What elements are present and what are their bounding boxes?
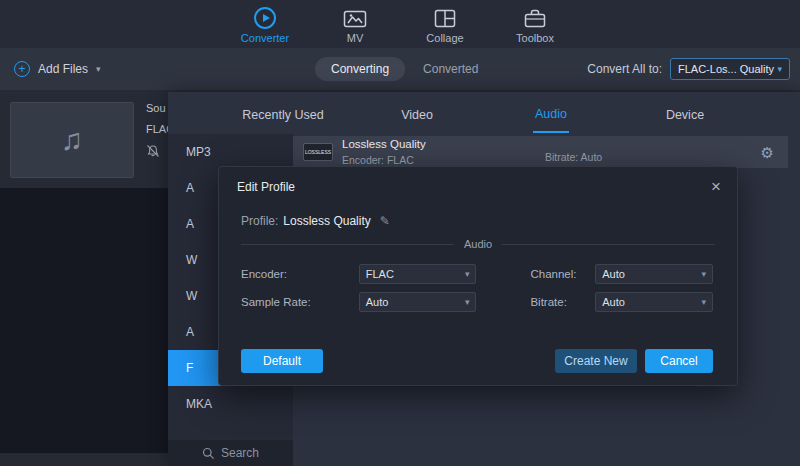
profile-value: Lossless Quality [283,214,370,228]
horizontal-scrollbar[interactable] [0,453,168,466]
app-window: Converter MV Collage Toolbox [0,0,800,466]
convert-all-group: Convert All to: FLAC-Los... Quality ▾ [587,48,790,90]
cancel-button[interactable]: Cancel [645,349,713,373]
edit-pencil-icon[interactable]: ✎ [380,214,390,228]
convert-all-label: Convert All to: [587,62,662,76]
profile-card-lossless[interactable]: LOSSLESS Lossless Quality Encoder: FLAC … [293,136,788,168]
chevron-down-icon: ▾ [465,269,470,279]
search-box[interactable]: Search [168,440,293,466]
converter-play-icon [254,7,276,29]
channel-select[interactable]: Auto ▾ [595,264,713,284]
profile-card-name: Lossless Quality [342,138,426,151]
profile-card-bitrate: Bitrate: Auto [545,151,602,163]
top-nav: Converter MV Collage Toolbox [0,0,800,48]
toolbox-icon [523,7,547,29]
mute-bell-icon[interactable] [146,144,160,158]
convert-status-tabs: Converting Converted [315,48,478,90]
tab-device[interactable]: Device [618,92,752,134]
search-label: Search [221,446,259,460]
add-files-label: Add Files [38,62,88,76]
mv-icon [343,7,367,29]
chevron-down-icon: ▾ [701,297,706,307]
nav-tab-toolbox[interactable]: Toolbox [503,4,567,44]
profile-card-encoder: Encoder: FLAC [342,154,426,166]
modal-form: Encoder: FLAC ▾ Channel: Auto ▾ Sample R… [219,250,737,312]
chevron-down-icon: ▾ [96,64,101,74]
collage-icon [433,7,457,29]
create-new-button[interactable]: Create New [555,349,637,373]
bitrate-label: Bitrate: [530,296,595,308]
channel-label: Channel: [530,268,595,280]
divider-line [241,244,454,245]
chevron-down-icon: ▾ [465,297,470,307]
encoder-label: Encoder: [241,268,359,280]
tab-audio[interactable]: Audio [484,92,618,134]
sample-rate-label: Sample Rate: [241,296,359,308]
nav-label: MV [347,32,364,44]
nav-label: Converter [241,32,289,44]
close-icon[interactable]: × [711,180,721,194]
file-list-background [0,188,168,466]
format-panel-tabs: Recently Used Video Audio Device [168,92,800,134]
convert-all-select[interactable]: FLAC-Los... Quality ▾ [670,58,790,80]
tab-video[interactable]: Video [350,92,484,134]
section-label: Audio [464,238,492,250]
file-thumbnail: ♫ [10,102,134,178]
nav-label: Collage [426,32,463,44]
lossless-badge-icon: LOSSLESS [303,143,333,161]
tab-converting[interactable]: Converting [315,57,405,81]
tab-recently-used[interactable]: Recently Used [216,92,350,134]
nav-label: Toolbox [516,32,554,44]
chevron-down-icon: ▾ [777,64,782,74]
plus-icon: + [14,61,30,77]
gear-icon[interactable]: ⚙ [761,145,774,160]
music-note-icon: ♫ [61,123,84,157]
nav-tab-mv[interactable]: MV [323,4,387,44]
toolbar: + Add Files ▾ Converting Converted Conve… [0,48,800,90]
profile-label: Profile: [241,214,278,228]
sidebar-item-mka[interactable]: MKA [168,386,293,422]
divider-line [502,244,715,245]
bitrate-select[interactable]: Auto ▾ [595,292,713,312]
search-icon [202,447,215,460]
chevron-down-icon: ▾ [701,269,706,279]
add-files-button[interactable]: + Add Files ▾ [14,48,101,90]
convert-all-value: FLAC-Los... Quality [678,63,774,75]
sidebar-item-mp3[interactable]: MP3 [168,134,293,170]
nav-tab-collage[interactable]: Collage [413,4,477,44]
edit-profile-modal: Edit Profile × Profile: Lossless Quality… [218,166,738,386]
default-button[interactable]: Default [241,349,323,373]
modal-title: Edit Profile [237,180,295,194]
encoder-select[interactable]: FLAC ▾ [359,264,477,284]
tab-converted[interactable]: Converted [423,62,478,76]
nav-tab-converter[interactable]: Converter [233,4,297,44]
sample-rate-select[interactable]: Auto ▾ [359,292,477,312]
